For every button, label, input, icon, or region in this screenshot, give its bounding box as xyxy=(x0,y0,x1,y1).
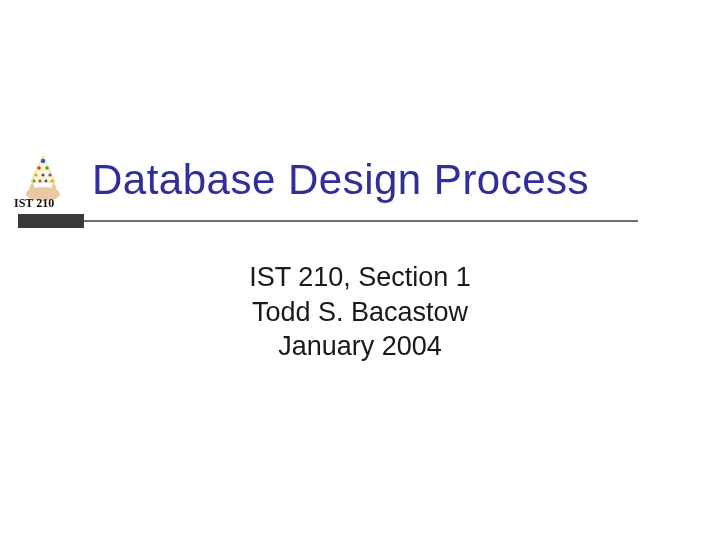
svg-point-11 xyxy=(51,180,54,183)
svg-point-4 xyxy=(45,166,49,170)
subtitle-line-course: IST 210, Section 1 xyxy=(0,260,720,295)
slide-subtitle: IST 210, Section 1 Todd S. Bacastow Janu… xyxy=(0,260,720,364)
subtitle-line-author: Todd S. Bacastow xyxy=(0,295,720,330)
svg-point-2 xyxy=(41,159,45,163)
svg-point-6 xyxy=(41,173,44,176)
svg-point-8 xyxy=(33,180,36,183)
svg-point-7 xyxy=(48,173,51,176)
svg-point-10 xyxy=(45,180,48,183)
slide-title: Database Design Process xyxy=(92,156,589,204)
svg-point-9 xyxy=(39,180,42,183)
subtitle-line-date: January 2004 xyxy=(0,329,720,364)
logo-label: IST 210 xyxy=(14,196,54,211)
underline-line xyxy=(18,220,638,222)
slide: IST 210 Database Design Process IST 210,… xyxy=(0,0,720,540)
underline-accent-bar xyxy=(18,214,84,228)
svg-point-3 xyxy=(37,166,41,170)
course-logo-icon xyxy=(18,152,68,202)
svg-point-5 xyxy=(34,173,37,176)
